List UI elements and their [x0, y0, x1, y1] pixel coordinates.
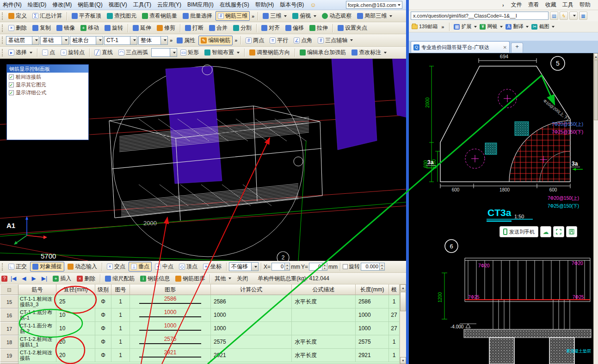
- x-input[interactable]: 0▲▼: [271, 263, 290, 271]
- stretch-button[interactable]: 拉伸: [307, 23, 330, 33]
- bookmark-translate[interactable]: A翻译: [506, 23, 529, 30]
- cell-fig-no[interactable]: 1: [111, 308, 130, 322]
- snap-intersection-button[interactable]: ×交点: [105, 262, 128, 271]
- mirror-button[interactable]: 镜像: [54, 23, 77, 33]
- snap-vertex-button[interactable]: ◇顶点: [177, 262, 200, 271]
- compatibility-icon[interactable]: ▤: [550, 12, 558, 20]
- cell-bar-name[interactable]: CT-1-1.桩间连接筋3_3: [18, 295, 56, 308]
- browser-scrollbar[interactable]: ▲: [593, 53, 598, 364]
- cell-bar-name[interactable]: CT-1-1.面分布筋-2: [18, 322, 56, 335]
- cell-qty[interactable]: 1: [389, 295, 400, 308]
- cell-fig-no[interactable]: 1: [111, 295, 130, 308]
- scroll-down-icon[interactable]: ▼: [400, 357, 406, 364]
- save-button[interactable]: [566, 226, 577, 237]
- overflow-chevron-icon[interactable]: »: [234, 37, 237, 43]
- check-show-detail-formula[interactable]: ✓显示详细公式: [7, 88, 88, 96]
- parallel-axis-button[interactable]: =平行: [267, 36, 290, 45]
- top-view-button[interactable]: 俯视: [290, 11, 319, 21]
- table-row-16[interactable]: 16 CT-1-1.底分布筋-1 10 Φ 1 1000 1000 1000 2…: [0, 308, 400, 322]
- chevron-down-icon[interactable]: [96, 37, 103, 44]
- row-number[interactable]: 16: [0, 308, 18, 322]
- cell-formula-desc[interactable]: [292, 308, 356, 322]
- menu-overflow-icon[interactable]: ›: [502, 2, 504, 8]
- cell-grade[interactable]: Φ: [95, 308, 111, 322]
- cell-qty[interactable]: 27: [389, 322, 400, 335]
- cell-qty[interactable]: 27: [389, 308, 400, 322]
- spinner-buttons[interactable]: ▲▼: [284, 263, 290, 270]
- cell-grade[interactable]: Φ: [95, 322, 111, 335]
- scroll-up-icon[interactable]: ▲: [400, 284, 406, 291]
- browser-menu-help[interactable]: 帮助: [580, 1, 591, 9]
- rebar-3d-button[interactable]: #钢筋三维: [216, 11, 250, 21]
- properties-button[interactable]: 属性: [174, 36, 197, 45]
- define-button[interactable]: 定义: [6, 11, 29, 21]
- bookmark-ebank[interactable]: ¥网银: [480, 23, 503, 30]
- last-row-button[interactable]: ▶|: [39, 274, 49, 283]
- rebar-library-button[interactable]: 钢筋图库: [173, 274, 207, 284]
- menu-draw[interactable]: 绘图(D): [28, 1, 47, 9]
- summary-calc-button[interactable]: Σ汇总计算: [30, 11, 64, 21]
- element-name-combo[interactable]: CT-1: [104, 36, 137, 45]
- cell-shape[interactable]: 1000: [130, 308, 211, 322]
- spinner-buttons[interactable]: ▲▼: [322, 263, 327, 270]
- overflow-chevron-icon[interactable]: »: [252, 13, 254, 19]
- y-input[interactable]: 0▲▼: [309, 263, 327, 271]
- drag-handle[interactable]: [2, 49, 3, 56]
- menu-component[interactable]: 构件(N): [3, 1, 22, 9]
- line-button[interactable]: ╱直线: [92, 48, 115, 57]
- delete-row-button[interactable]: ×删除: [74, 274, 98, 284]
- set-grips-button[interactable]: 设置夹点: [335, 23, 370, 33]
- cell-length[interactable]: 2575: [356, 335, 389, 349]
- ortho-button[interactable]: ∟正交: [6, 262, 29, 271]
- layer-combo[interactable]: 基础层: [6, 36, 39, 45]
- check-show-other-elements[interactable]: ✓显示其它图元: [7, 80, 88, 88]
- cell-formula-desc[interactable]: 水平长度: [292, 335, 356, 349]
- copy-button[interactable]: 复制: [30, 23, 53, 33]
- delete-button[interactable]: ×删除: [6, 23, 29, 33]
- two-point-axis-button[interactable]: #两点: [243, 36, 266, 45]
- col-grade[interactable]: 级别: [95, 284, 111, 295]
- break-button[interactable]: 打断: [183, 23, 206, 33]
- orbit-button[interactable]: 动态观察: [320, 11, 354, 21]
- cell-shape[interactable]: 2921: [130, 349, 211, 362]
- cell-formula[interactable]: 2921: [211, 349, 292, 362]
- cell-diameter[interactable]: 10: [56, 322, 95, 335]
- bookmark-screenshot[interactable]: ✂截图: [531, 23, 555, 30]
- menu-cloud[interactable]: 云应用(Y): [157, 1, 181, 9]
- tab-close-icon[interactable]: ✕: [503, 45, 507, 50]
- cell-diameter[interactable]: 25: [56, 295, 95, 308]
- extend-button[interactable]: 延伸: [130, 23, 154, 33]
- menu-tools[interactable]: 工具(T): [133, 1, 151, 9]
- arc-mode-combo[interactable]: [151, 48, 177, 57]
- three-point-aux-axis-button[interactable]: #三点辅轴: [315, 36, 355, 45]
- cell-diameter[interactable]: 20: [56, 349, 95, 362]
- partial-3d-button[interactable]: 局部三维: [355, 11, 395, 21]
- checkbox-checked-icon[interactable]: ✓: [9, 90, 14, 95]
- menu-online-service[interactable]: 在线服务(S): [220, 1, 249, 9]
- three-point-arc-button[interactable]: ◠三点画弧: [116, 48, 150, 57]
- scale-rebar-button[interactable]: 缩尺配筋: [103, 274, 137, 284]
- adjust-rebar-direction-button[interactable]: 调整钢筋方向: [247, 48, 292, 57]
- insert-row-button[interactable]: +插入: [50, 274, 74, 284]
- row-number[interactable]: 17: [0, 322, 18, 335]
- row-number[interactable]: 15: [0, 295, 18, 308]
- find-element-button[interactable]: 查找图元: [105, 11, 139, 21]
- chevron-down-icon[interactable]: [160, 37, 167, 44]
- rebar-display-panel[interactable]: 钢筋显示控制面板 ✓桩间连接筋 ✓显示其它图元 ✓显示详细公式: [6, 64, 89, 140]
- osnap-button[interactable]: 对象捕捉: [30, 262, 64, 271]
- cell-qty[interactable]: 1: [389, 335, 400, 349]
- cell-shape[interactable]: 2575: [130, 335, 211, 349]
- split-button[interactable]: 分割: [231, 23, 254, 33]
- cell-length[interactable]: 2586: [356, 295, 389, 308]
- menu-help[interactable]: 帮助(H): [255, 1, 274, 9]
- rotate-point-button[interactable]: ○旋转点: [58, 48, 87, 57]
- menu-version[interactable]: 版本号(B): [280, 1, 304, 9]
- view-rebar-qty-button[interactable]: 查看钢筋量: [140, 11, 179, 21]
- offset-button[interactable]: 偏移: [283, 23, 306, 33]
- merge-button[interactable]: 合并: [207, 23, 230, 33]
- whole-combo[interactable]: 整体: [138, 36, 168, 45]
- point-button[interactable]: ·点: [40, 48, 57, 57]
- overflow-chevron-icon[interactable]: »: [441, 24, 444, 30]
- batch-select-button[interactable]: 批量选择: [180, 11, 215, 21]
- send-to-phone-button[interactable]: 发送到手机: [499, 226, 538, 237]
